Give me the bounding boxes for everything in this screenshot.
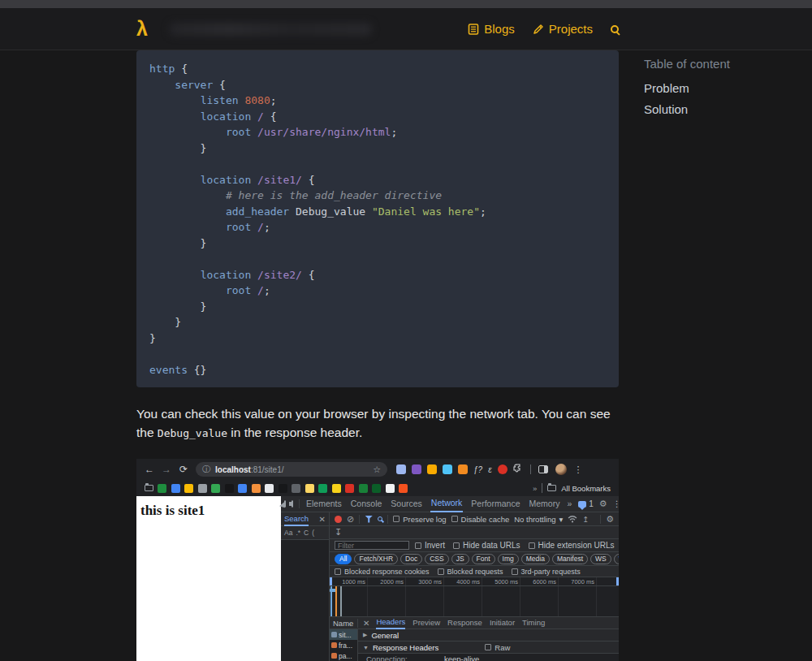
- profile-avatar[interactable]: [555, 464, 567, 475]
- bookmark-favicon[interactable]: [305, 484, 314, 493]
- filter-pill-img[interactable]: Img: [498, 554, 519, 564]
- bookmark-favicon[interactable]: [238, 484, 247, 493]
- filter-input[interactable]: [335, 541, 409, 550]
- search-option[interactable]: (: [312, 529, 314, 537]
- extension-icon[interactable]: [427, 464, 437, 474]
- devtools-settings-icon[interactable]: ⚙: [599, 499, 607, 508]
- bookmark-favicon[interactable]: [211, 484, 220, 493]
- filter-funnel-icon[interactable]: [365, 516, 373, 523]
- close-details-icon[interactable]: ✕: [363, 619, 369, 628]
- bookmark-favicon[interactable]: [198, 484, 207, 493]
- filter-pill-doc[interactable]: Doc: [400, 554, 422, 564]
- detail-tab-timing[interactable]: Timing: [522, 617, 545, 629]
- search-option[interactable]: Aa: [284, 529, 292, 537]
- filter-check-invert[interactable]: Invert: [415, 541, 445, 550]
- bookmark-favicon[interactable]: [252, 484, 261, 493]
- blocked-check-blocked-response-cookies[interactable]: Blocked response cookies: [335, 568, 430, 576]
- site-info-icon[interactable]: ⓘ: [202, 464, 210, 475]
- search-option[interactable]: .*: [296, 529, 300, 537]
- site-logo[interactable]: λ: [136, 19, 148, 39]
- bookmark-favicon[interactable]: [372, 484, 381, 493]
- devtools-tab-sources[interactable]: Sources: [390, 496, 423, 512]
- filter-pill-media[interactable]: Media: [521, 554, 550, 564]
- forward-icon[interactable]: →: [162, 464, 171, 475]
- back-icon[interactable]: ←: [145, 464, 154, 475]
- filter-check-hide-extension-urls[interactable]: Hide extension URLs: [529, 541, 615, 550]
- bookmarks-overflow-icon[interactable]: »: [533, 484, 537, 493]
- detail-tab-preview[interactable]: Preview: [412, 617, 440, 629]
- search-option[interactable]: C: [304, 529, 309, 537]
- filter-pill-ws[interactable]: WS: [590, 554, 611, 564]
- bookmark-favicon[interactable]: [225, 484, 234, 493]
- device-toolbar-icon[interactable]: [292, 500, 293, 508]
- network-overview-waterfall[interactable]: [330, 586, 619, 617]
- all-bookmarks-label[interactable]: All Bookmarks: [561, 484, 611, 493]
- bookmark-folder-icon[interactable]: [145, 485, 153, 491]
- detail-tab-response[interactable]: Response: [447, 617, 482, 629]
- network-search-icon[interactable]: [378, 516, 382, 521]
- filter-pill-manifest[interactable]: Manifest: [552, 554, 588, 564]
- request-row[interactable]: sit...: [330, 629, 357, 640]
- bookmark-favicon[interactable]: [184, 484, 193, 493]
- chrome-menu-icon[interactable]: ⋮: [574, 464, 583, 475]
- filter-pill-css[interactable]: CSS: [425, 554, 448, 564]
- raw-checkbox[interactable]: Raw: [485, 643, 510, 652]
- filter-pill-font[interactable]: Font: [472, 554, 495, 564]
- extension-icon[interactable]: [498, 464, 508, 474]
- request-row[interactable]: pa...: [330, 650, 357, 661]
- blocked-check-blocked-requests[interactable]: Blocked requests: [438, 568, 503, 576]
- search-tab[interactable]: Search: [284, 512, 309, 526]
- throttling-dropdown[interactable]: No throttling ▾: [514, 515, 563, 524]
- filter-pill-wasm[interactable]: Wasm: [614, 554, 619, 564]
- nav-projects-link[interactable]: Projects: [533, 22, 593, 36]
- bookmark-favicon[interactable]: [399, 484, 408, 493]
- nginx-config-code-block[interactable]: http { server { listen 8080; location / …: [136, 50, 619, 387]
- bookmark-favicon[interactable]: [318, 484, 327, 493]
- extension-icon[interactable]: [458, 464, 468, 474]
- response-headers-section-row[interactable]: ▼ Response Headers Raw: [358, 642, 619, 654]
- bookmark-favicon[interactable]: [332, 484, 341, 493]
- console-messages-icon[interactable]: [578, 501, 586, 508]
- search-close-icon[interactable]: ✕: [319, 515, 326, 524]
- disable-cache-checkbox[interactable]: Disable cache: [451, 515, 510, 524]
- network-conditions-icon[interactable]: [568, 516, 577, 523]
- filter-pill-all[interactable]: All: [335, 554, 352, 564]
- devtools-menu-icon[interactable]: ⋮: [613, 499, 619, 508]
- search-icon[interactable]: [611, 25, 619, 33]
- extension-icon[interactable]: ε: [488, 465, 491, 474]
- extensions-puzzle-icon[interactable]: [513, 464, 523, 476]
- timeline-handle-left[interactable]: [330, 577, 332, 585]
- bookmark-favicon[interactable]: [359, 484, 368, 493]
- name-column-header[interactable]: Name: [330, 619, 358, 628]
- devtools-tab-console[interactable]: Console: [350, 496, 383, 512]
- devtools-tab-elements[interactable]: Elements: [305, 496, 343, 512]
- extension-icon[interactable]: [396, 464, 406, 474]
- extension-icon[interactable]: [443, 464, 452, 474]
- export-har-icon[interactable]: ↧: [335, 527, 342, 538]
- devtools-tab-memory[interactable]: Memory: [528, 496, 560, 512]
- filter-check-hide-data-urls[interactable]: Hide data URLs: [453, 541, 520, 550]
- detail-tab-headers[interactable]: Headers: [376, 616, 405, 629]
- toc-item-solution[interactable]: Solution: [644, 99, 798, 120]
- record-icon[interactable]: [335, 516, 342, 523]
- extension-icon[interactable]: ƒ?: [473, 465, 482, 474]
- general-section-row[interactable]: ▶ General: [358, 629, 619, 642]
- blocked-check-3rd-party-requests[interactable]: 3rd-party requests: [512, 568, 581, 576]
- devtools-tab-network[interactable]: Network: [430, 495, 464, 512]
- url-bar[interactable]: ⓘ localhost:81/site1/ ☆: [196, 462, 387, 477]
- network-settings-icon[interactable]: ⚙: [606, 515, 614, 524]
- inspect-element-icon[interactable]: [284, 500, 286, 508]
- reload-icon[interactable]: ⟳: [179, 464, 188, 475]
- import-har-icon[interactable]: ↥: [582, 515, 589, 524]
- preserve-log-checkbox[interactable]: Preserve log: [393, 515, 446, 524]
- bookmark-star-icon[interactable]: ☆: [373, 464, 381, 475]
- toc-item-problem[interactable]: Problem: [644, 78, 798, 99]
- bookmark-favicon[interactable]: [158, 484, 166, 493]
- devtools-tab-performance[interactable]: Performance: [470, 496, 520, 512]
- bookmark-favicon[interactable]: [292, 484, 300, 493]
- clear-icon[interactable]: ⊘: [347, 515, 354, 524]
- timeline-ruler[interactable]: 1000 ms2000 ms3000 ms4000 ms5000 ms6000 …: [330, 577, 619, 586]
- bookmark-favicon[interactable]: [265, 484, 274, 493]
- more-tabs-icon[interactable]: »: [566, 496, 572, 512]
- bookmark-favicon[interactable]: [345, 484, 354, 493]
